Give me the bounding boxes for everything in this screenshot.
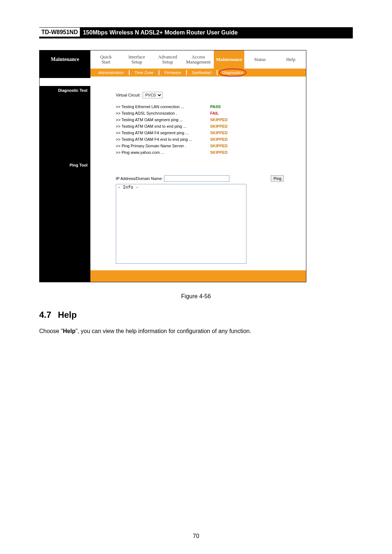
diagnostic-desc: >> Ping www.yahoo.com ...: [116, 149, 210, 156]
diagnostic-row: >> Testing ATM OAM segment ping ...SKIPP…: [116, 116, 302, 123]
doc-title: 150Mbps Wireless N ADSL2+ Modem Router U…: [80, 28, 353, 37]
diagnostic-result: SKIPPED: [210, 130, 228, 136]
diagnostic-results: >> Testing Ethernet LAN connection ...PA…: [94, 103, 302, 159]
section-heading: 4.7Help: [39, 310, 353, 320]
diagnostic-result: SKIPPED: [210, 149, 228, 156]
tab-maintenance[interactable]: Maintenance: [213, 50, 244, 69]
sub-tabs: Administration Time Zone Firmware SysRes…: [40, 69, 306, 77]
diagnostic-row: >> Testing ATM OAM F4 end to end ping ..…: [116, 136, 302, 143]
subtab-time-zone[interactable]: Time Zone: [130, 70, 159, 75]
diagnostic-result: SKIPPED: [210, 143, 228, 149]
diagnostic-row: >> Testing ADSL Synchronization .FAIL: [116, 110, 302, 116]
diagnostic-desc: >> Testing ATM OAM F4 segment ping ...: [116, 130, 210, 136]
subtab-firmware[interactable]: Firmware: [159, 70, 187, 75]
diagnostic-desc: >> Testing ATM OAM F4 end to end ping ..…: [116, 136, 210, 143]
body-paragraph: Choose "Help", you can view the help inf…: [39, 328, 353, 335]
section-diagnostic-test: Diagnostic Test: [40, 86, 90, 161]
figure-caption: Figure 4-56: [39, 293, 353, 300]
virtual-circuit-label: Virtual Circuit:: [116, 93, 140, 97]
page-number: 70: [0, 533, 392, 539]
document-header: TD-W8951ND 150Mbps Wireless N ADSL2+ Mod…: [39, 27, 353, 37]
tab-access-management[interactable]: AccessManagement: [183, 50, 214, 69]
diagnostic-row: >> Ping Primary Domain Name Server .SKIP…: [116, 143, 302, 149]
diagnostic-desc: >> Testing ADSL Synchronization .: [116, 110, 210, 116]
diagnostic-row: >> Testing Ethernet LAN connection ...PA…: [116, 103, 302, 110]
diagnostic-desc: >> Testing Ethernet LAN connection ...: [116, 103, 210, 110]
top-tabs: Maintenance QuickStart InterfaceSetup Ad…: [40, 50, 306, 69]
diagnostic-desc: >> Testing ATM OAM end to end ping ...: [116, 123, 210, 130]
tab-quick-start[interactable]: QuickStart: [90, 50, 121, 69]
diagnostic-desc: >> Testing ATM OAM segment ping ...: [116, 116, 210, 123]
tab-status[interactable]: Status: [244, 50, 275, 69]
diagnostic-row: >> Testing ATM OAM F4 segment ping ...SK…: [116, 130, 302, 136]
diagnostic-result: SKIPPED: [210, 123, 228, 130]
tab-advanced-setup[interactable]: AdvancedSetup: [152, 50, 183, 69]
diagnostic-row: >> Ping www.yahoo.com ...SKIPPED: [116, 149, 302, 156]
subtab-sysrestart[interactable]: SysRestart: [187, 70, 217, 75]
model-badge: TD-W8951ND: [39, 28, 80, 37]
ping-address-label: IP Address/Domain Name:: [116, 176, 163, 181]
ping-output[interactable]: - Info -: [116, 184, 246, 264]
section-ping-tool: Ping Tool: [40, 161, 90, 270]
ping-address-input[interactable]: [164, 175, 229, 182]
router-admin-screenshot: Maintenance QuickStart InterfaceSetup Ad…: [39, 50, 306, 282]
diagnostic-result: FAIL: [210, 110, 219, 116]
page-category-label: Maintenance: [40, 50, 90, 69]
ping-button[interactable]: Ping: [271, 175, 284, 182]
footer-bar: [40, 270, 306, 282]
diagnostic-row: >> Testing ATM OAM end to end ping ...SK…: [116, 123, 302, 130]
diagnostic-desc: >> Ping Primary Domain Name Server .: [116, 143, 210, 149]
virtual-circuit-select[interactable]: PVC0: [143, 92, 163, 98]
tab-help[interactable]: Help: [275, 50, 306, 69]
section-number: 4.7: [39, 310, 51, 320]
diagnostic-result: PASS: [210, 103, 221, 110]
section-title: Help: [58, 310, 77, 320]
subtab-administration[interactable]: Administration: [93, 70, 130, 75]
diagnostic-result: SKIPPED: [210, 136, 228, 143]
subtab-diagnostics[interactable]: Diagnostics: [217, 70, 248, 75]
tab-interface-setup[interactable]: InterfaceSetup: [121, 50, 152, 69]
diagnostic-result: SKIPPED: [210, 116, 228, 123]
